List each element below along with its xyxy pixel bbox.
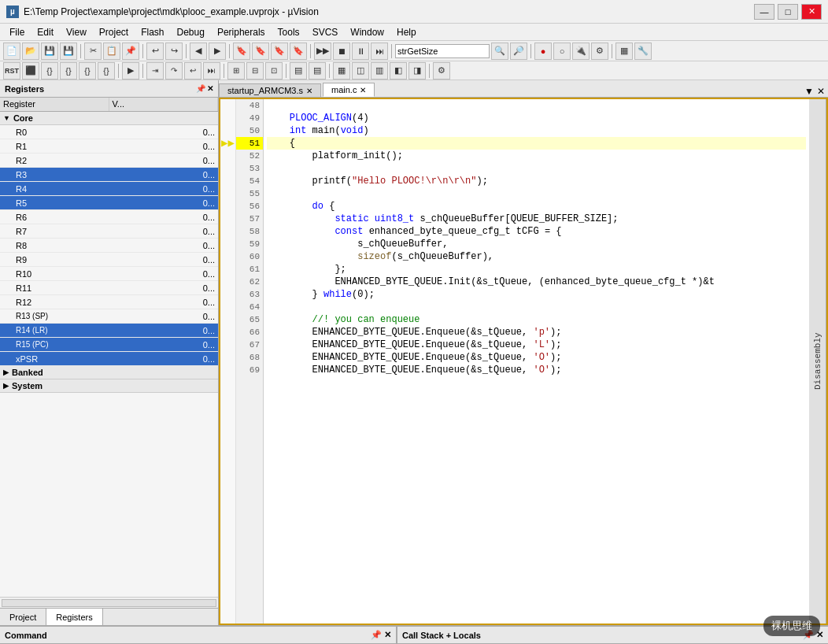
tb-more1[interactable]: 🔌 [572,43,590,60]
minimize-button[interactable]: — [754,4,774,20]
tb-settings[interactable]: 🔧 [634,43,652,60]
menu-item-file[interactable]: File [3,25,31,39]
tb2-step3[interactable]: ↩ [184,62,201,80]
reg-row-r8[interactable]: R8 0... [0,239,218,253]
tb-dbg1[interactable]: ▶▶ [314,43,331,60]
tb2-run[interactable]: ▶ [122,62,139,80]
tb-back[interactable]: ◀ [190,43,207,60]
maximize-button[interactable]: □ [778,4,798,20]
reg-row-r15[interactable]: R15 (PC) 0... [0,338,218,352]
tb-paste[interactable]: 📌 [122,43,139,60]
reg-row-r2[interactable]: R2 0... [0,154,218,168]
tb-dbg2[interactable]: ⏹ [333,43,350,60]
tab-close-icon[interactable]: ✕ [817,86,825,97]
tb-stop[interactable]: ○ [553,43,571,60]
startup-close-icon[interactable]: ✕ [306,87,312,95]
reg-row-xpsr[interactable]: xPSR 0... [0,352,218,366]
menu-item-edit[interactable]: Edit [31,25,60,39]
tb-dbg3[interactable]: ⏸ [352,43,369,60]
reg-row-r12[interactable]: R12 0... [0,295,218,309]
tb-bookmark1[interactable]: 🔖 [233,43,250,60]
tb2-mem2[interactable]: ▤ [309,62,326,80]
tb2-3[interactable]: {} [60,62,77,80]
reg-row-r13[interactable]: R13 (SP) 0... [0,309,218,324]
tb2-mem1[interactable]: ▤ [290,62,307,80]
disassembly-sidebar[interactable]: Disassembly [809,99,826,624]
tb2-step4[interactable]: ⏭ [203,62,220,80]
menu-item-help[interactable]: Help [390,25,423,39]
reg-row-r5[interactable]: R5 0... [0,196,218,210]
tb-more2[interactable]: ⚙ [591,43,608,60]
tb-bookmark3[interactable]: 🔖 [271,43,288,60]
tab-mainc[interactable]: main.c ✕ [323,83,375,97]
tb2-5[interactable]: {} [98,62,115,80]
tb2-rst[interactable]: RST [3,62,20,80]
tab-project[interactable]: Project [0,609,46,625]
tb2-dbg2[interactable]: ⊟ [246,62,264,80]
tab-dropdown-icon[interactable]: ▼ [804,86,814,97]
cmd-pin-icon[interactable]: 📌 [371,630,382,639]
code-editor[interactable]: ▶ ▶ [219,98,828,625]
tb-bookmark4[interactable]: 🔖 [290,43,307,60]
tb2-view5[interactable]: ◨ [408,62,426,80]
menu-item-view[interactable]: View [60,25,93,39]
tb-cols[interactable]: ▦ [615,43,633,60]
tb2-view3[interactable]: ▥ [371,62,388,80]
tb2-view1[interactable]: ▦ [333,62,350,80]
menu-item-peripherals[interactable]: Peripherals [211,25,272,39]
tb-undo[interactable]: ↩ [146,43,164,60]
tb2-step1[interactable]: ⇥ [146,62,164,80]
search-dropdown[interactable] [395,44,490,58]
menu-item-svcs[interactable]: SVCS [306,25,345,39]
tb-search1[interactable]: 🔍 [491,43,508,60]
reg-row-r4[interactable]: R4 0... [0,182,218,196]
reg-row-r10[interactable]: R10 0... [0,267,218,281]
tb-copy[interactable]: 📋 [103,43,120,60]
tb2-dbg3[interactable]: ⊡ [265,62,283,80]
menu-item-window[interactable]: Window [344,25,390,39]
reg-group-core[interactable]: ▼ Core [0,112,218,125]
tb2-view2[interactable]: ◫ [352,62,369,80]
tb-run[interactable]: ● [534,43,552,60]
reg-row-r14[interactable]: R14 (LR) 0... [0,324,218,338]
reg-row-r0[interactable]: R0 0... [0,125,218,139]
tb2-step2[interactable]: ↷ [165,62,183,80]
tb2-4[interactable]: {} [79,62,96,80]
tb-new[interactable]: 📄 [3,43,20,60]
tab-registers[interactable]: Registers [46,609,102,625]
menu-item-project[interactable]: Project [93,25,135,39]
tb-cut[interactable]: ✂ [84,43,102,60]
tb2-dbg1[interactable]: ⊞ [227,62,245,80]
tb-save-all[interactable]: 💾 [60,43,77,60]
tb-bookmark2[interactable]: 🔖 [252,43,269,60]
tb2-view4[interactable]: ◧ [390,62,407,80]
reg-group-banked[interactable]: ▶ Banked [0,366,218,379]
reg-row-r6[interactable]: R6 0... [0,210,218,224]
reg-hscroll[interactable] [0,597,218,608]
reg-row-r11[interactable]: R11 0... [0,281,218,295]
tb-fwd[interactable]: ▶ [209,43,226,60]
reg-row-r1[interactable]: R1 0... [0,139,218,154]
panel-pin-icon[interactable]: 📌 [196,84,205,93]
tb-save[interactable]: 💾 [41,43,58,60]
reg-row-r9[interactable]: R9 0... [0,253,218,267]
panel-close-icon[interactable]: ✕ [207,84,213,93]
reg-group-system[interactable]: ▶ System [0,379,218,393]
menu-item-debug[interactable]: Debug [171,25,211,39]
menu-item-flash[interactable]: Flash [135,25,170,39]
tb2-1[interactable]: ⬛ [22,62,39,80]
tab-startup[interactable]: startup_ARMCM3.s ✕ [219,83,321,97]
cmd-close-icon[interactable]: ✕ [384,630,391,639]
close-button[interactable]: ✕ [801,4,822,20]
mainc-close-icon[interactable]: ✕ [360,86,366,94]
reg-row-r3[interactable]: R3 0... [0,168,218,182]
tb-dbg4[interactable]: ⏭ [371,43,388,60]
menu-item-tools[interactable]: Tools [272,25,306,39]
reg-row-r7[interactable]: R7 0... [0,224,218,239]
tb2-2[interactable]: {} [41,62,58,80]
right-panel: startup_ARMCM3.s ✕ main.c ✕ ▼ ✕ [219,80,828,625]
tb-open[interactable]: 📂 [22,43,39,60]
tb-search2[interactable]: 🔎 [510,43,527,60]
tb2-tools[interactable]: ⚙ [433,62,450,80]
tb-redo[interactable]: ↪ [165,43,183,60]
